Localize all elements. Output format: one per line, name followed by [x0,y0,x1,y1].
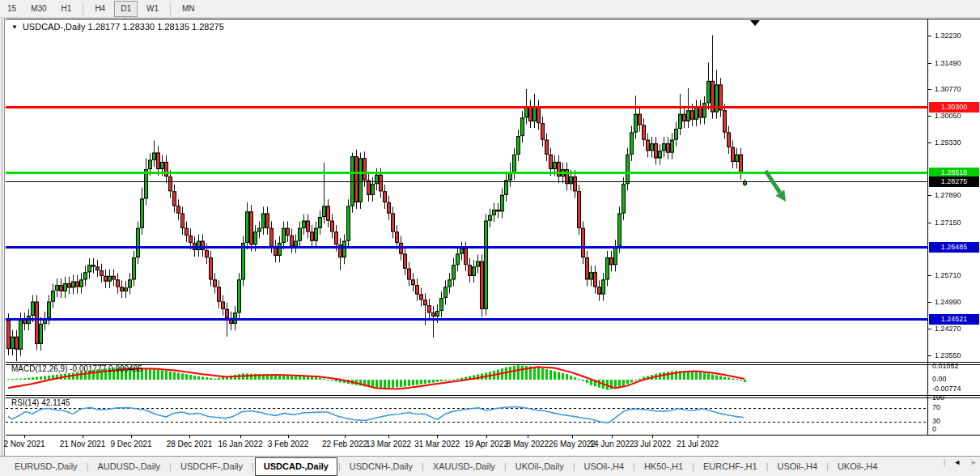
timeframe-button-15[interactable]: 15 [0,0,23,18]
window-left-frame [0,18,6,476]
date-tick [345,435,346,438]
timeframe-button-h4[interactable]: H4 [87,0,112,18]
chart-tab-eurusd-daily[interactable]: EURUSD-,Daily [6,457,86,476]
timeframe-button-mn[interactable]: MN [175,0,202,18]
date-axis-label: 31 Mar 2022 [414,440,460,448]
rsi-bottom-border [6,435,980,436]
rsi-axis-label: 70 [932,403,940,411]
timeframe-button-w1[interactable]: W1 [139,0,166,18]
chart-bottom-border [6,362,980,363]
price-tick [928,36,931,36]
price-tick [928,355,931,356]
date-axis-label: 26 May 2022 [549,440,596,448]
price-badge: 1.30300 [929,102,979,113]
date-axis-label: 3 Feb 2022 [268,440,309,448]
chart-tab-usoil-h4[interactable]: USOil-,H4 [576,457,633,476]
date-tick [189,435,190,438]
date-tick [388,435,389,438]
date-tick [437,435,438,438]
chart-tab-hk50-h1[interactable]: HK50-,H1 [636,457,691,476]
rsi-top-border[interactable] [6,397,980,398]
application-window: 15M30H1H4D1W1MN ▼USDCAD-,Daily 1.28177 1… [0,0,980,476]
price-chart-canvas[interactable] [6,19,928,363]
date-tick [486,435,487,438]
price-badge: 1.28275 [929,176,979,187]
tab-scroll-left-icon[interactable]: ◄ [953,458,961,466]
macd-panel-canvas[interactable] [6,363,928,395]
date-tick [240,435,241,438]
chart-tab-ukoil-daily[interactable]: UKOil-,Daily [507,457,572,476]
toolbar-separator [83,2,83,15]
price-tick [928,116,931,117]
timeframe-button-d1[interactable]: D1 [114,1,138,17]
price-axis-tick-label: 1.32230 [935,32,961,40]
price-axis-tick-label: 1.27890 [935,191,961,199]
date-tick [572,435,573,438]
date-axis-label: 3 Jul 2022 [634,440,671,448]
price-axis-separator[interactable] [927,19,928,435]
macd-axis-label: -0.00774 [932,385,961,393]
chart-tab-usdcnh-daily[interactable]: USDCNH-,Daily [342,457,421,476]
price-axis-tick-label: 1.27150 [935,219,961,227]
date-tick [83,435,83,438]
date-tick [652,435,653,438]
price-axis-tick-label: 1.23550 [935,351,961,359]
chart-tab-eurchf-h1[interactable]: EURCHF-,H1 [695,457,766,476]
date-axis-label: 19 Apr 2022 [465,440,508,448]
date-axis-label: 13 Mar 2022 [366,440,411,448]
macd-value-main: -0.001777 [70,364,106,373]
macd-top-border[interactable] [6,364,980,365]
price-axis-tick-label: 1.31490 [935,59,961,67]
toolbar-separator [170,2,171,15]
date-tick [24,435,25,438]
chart-tab-usoil-h4[interactable]: USOil-,H4 [770,457,826,476]
price-badge: 1.24521 [929,314,979,325]
tab-scroll-right-icon[interactable]: ► [970,458,978,466]
rsi-indicator-label: RSI(14) 42.1145 [11,398,70,407]
chart-tab-audusd-daily[interactable]: AUDUSD-,Daily [89,457,168,476]
price-tick [928,223,931,223]
timeframe-toolbar: 15M30H1H4D1W1MN [0,0,980,18]
rsi-axis-label: 0 [932,425,936,433]
chart-title: ▼USDCAD-,Daily 1.28177 1.28330 1.28135 1… [11,22,224,32]
date-axis-label: 28 Dec 2021 [167,440,213,448]
date-axis-label: 21 Jul 2022 [677,440,719,448]
price-tick [928,329,931,329]
date-axis-label: 16 Jan 2022 [218,440,262,448]
price-tick [928,63,931,64]
price-tick [928,195,931,196]
chart-tab-usdcad-daily[interactable]: USDCAD-,Daily [255,457,337,476]
price-axis-tick-label: 1.30770 [935,85,961,93]
chart-tab-xauusd-daily[interactable]: XAUUSD-,Daily [425,457,503,476]
chevron-down-icon[interactable]: ▼ [11,23,18,31]
chart-tab-ukoil-h4[interactable]: UKOil-,H4 [829,457,886,476]
price-axis-tick-label: 1.25710 [935,271,961,279]
date-tick [528,435,528,438]
timeframe-button-m30[interactable]: M30 [23,0,53,18]
date-tick [131,435,132,438]
chart-title-text: USDCAD-,Daily 1.28177 1.28330 1.28135 1.… [23,22,224,32]
date-axis-label: 14 Jun 2022 [589,440,634,448]
price-badge: 1.26485 [929,242,979,253]
chart-tab-bar: EURUSD-,Daily|AUDUSD-,Daily|USDCHF-,Dail… [0,456,980,476]
tab-scroll-separator: | [944,458,945,466]
date-tick [612,435,613,438]
rsi-panel-canvas[interactable] [6,397,928,435]
price-axis-tick-label: 1.30050 [935,112,961,120]
date-axis-label: 8 May 2022 [507,440,549,448]
rsi-name: RSI(14) [11,398,39,407]
macd-value-signal: 0.000485 [108,364,142,373]
chart-tab-usdchf-daily[interactable]: USDCHF-,Daily [172,457,251,476]
price-tick [928,89,931,90]
chart-top-border [6,19,980,19]
timeframe-button-h1[interactable]: H1 [54,0,79,18]
price-axis-tick-label: 1.24990 [935,298,961,306]
price-tick [928,275,931,276]
rsi-axis-label: 30 [932,417,940,425]
date-axis-label: 2 Nov 2021 [3,440,45,448]
price-axis-tick-label: 1.24270 [935,325,961,333]
macd-axis-label: 0.01052 [932,362,959,370]
rsi-value: 42.1145 [41,398,70,407]
macd-bottom-border [6,395,980,396]
date-axis-label: 22 Feb 2022 [322,440,367,448]
